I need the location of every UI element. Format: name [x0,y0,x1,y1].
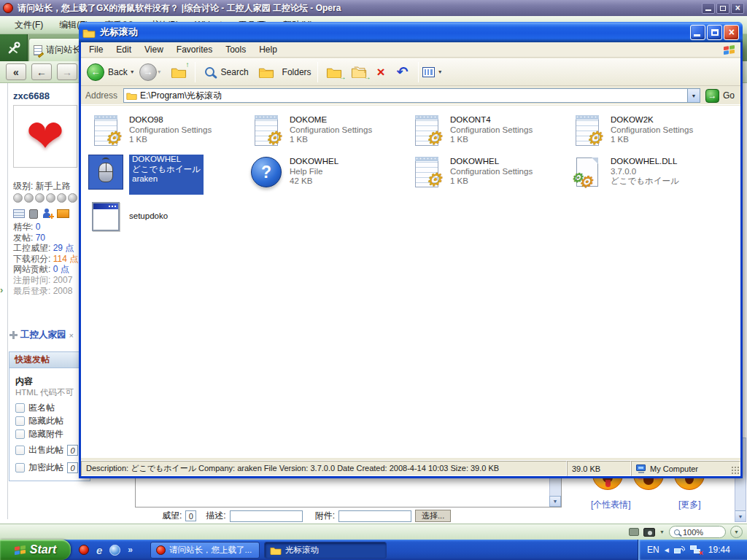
network-disconnected-icon[interactable]: × [690,545,702,555]
resize-grip[interactable] [731,466,740,475]
start-button[interactable]: Start [0,540,71,560]
menu-favorites[interactable]: Favorites [170,43,219,56]
back-button[interactable]: ← [87,63,104,81]
menu-tools[interactable]: Tools [219,43,252,56]
delete-button[interactable]: × [377,65,385,79]
sidebar-expander[interactable]: › [0,284,3,295]
explorer-maximize-button[interactable] [707,25,722,40]
hide-post-option[interactable]: 隐藏此帖 [15,415,63,427]
file-name: DOKOWHEL [132,155,201,165]
go-label[interactable]: Go [723,90,735,101]
file-tile[interactable]: ⚙ DOKO98Configuration Settings1 KB [85,112,246,153]
forward-button[interactable]: → [139,63,157,81]
back-button[interactable]: ← [31,63,52,80]
quick-launch-overflow-icon[interactable]: » [128,545,133,555]
desc-input[interactable] [230,510,303,522]
question-icon: ? [261,163,271,182]
address-path[interactable]: E:\Program\光标滚动 [140,90,687,102]
opera-minimize-button[interactable] [702,3,715,14]
scroll-down-arrow-icon[interactable]: ▼ [735,510,746,521]
taskbar-task-explorer[interactable]: 光标滚动 [264,542,387,559]
explorer-titlebar[interactable]: 光标滚动 × [79,22,743,42]
file-tile[interactable]: ⚙ DOKOMEConfiguration Settings1 KB [246,112,406,153]
rewind-button[interactable]: « [6,63,26,80]
snapshot-icon[interactable] [643,528,655,537]
custom-emoticons-link[interactable]: [个性表情] [591,499,631,511]
menu-view[interactable]: View [138,43,170,56]
user-medals [13,193,77,203]
file-tile[interactable]: setupdoko [85,195,246,236]
ie-quicklaunch-icon[interactable]: e [96,544,102,556]
hide-attachment-option[interactable]: 隐藏附件 [15,428,63,440]
search-icon[interactable] [205,67,214,77]
explorer-minimize-button[interactable] [690,25,705,40]
search-label[interactable]: Search [221,67,249,77]
copy-to-button[interactable]: → [351,66,367,78]
user-card-icon[interactable] [13,209,25,218]
wireless-network-icon[interactable] [674,545,685,554]
encrypt-password-input[interactable]: 0 [67,462,78,473]
sell-price-input[interactable]: 0 [67,445,78,456]
more-emoticons-link[interactable]: [更多] [678,499,701,511]
checkbox[interactable] [15,429,25,439]
file-tile[interactable]: ? DOKOWHELHelp File42 KB [246,153,406,195]
checkbox[interactable] [15,403,25,413]
file-tile[interactable]: ⚙ DOKOW2KConfiguration Settings1 KB [567,112,727,153]
clock[interactable]: 19:44 [708,545,730,555]
browser-globe-icon[interactable] [109,545,120,556]
views-dropdown-icon[interactable]: ▼ [438,69,443,74]
views-button[interactable] [422,67,435,77]
checkbox[interactable] [15,446,25,455]
task-label: 请问站长，您上载了... [169,545,252,556]
language-indicator[interactable]: EN [647,545,659,555]
file-description: どこでもホイール [132,165,201,175]
file-type: Configuration Settings [611,125,693,136]
add-friend-icon[interactable] [42,209,53,219]
menu-file[interactable]: File [82,43,109,56]
opera-close-button[interactable]: × [731,3,744,14]
file-tile-selected[interactable]: DOKOWHELどこでもホイールaraken [85,153,246,195]
folders-label[interactable]: Folders [282,67,311,77]
forward-button[interactable]: → [57,63,77,80]
anonymous-option[interactable]: 匿名帖 [15,402,55,414]
forum-home-link[interactable]: 工控人家园 × [9,329,74,341]
choose-file-button[interactable]: 选择... [415,510,451,522]
email-icon[interactable] [57,209,69,218]
sms-icon[interactable] [29,209,38,219]
dropdown-arrow-icon[interactable]: ▼ [659,529,665,534]
taskbar-task-opera[interactable]: 请问站长，您上载了... [150,542,260,559]
opera-restore-button[interactable] [716,3,729,14]
scroll-down-arrow-icon[interactable]: ▼ [549,496,561,507]
file-tile[interactable]: ⚙⚙ DOKOWHEL.DLL3.7.0.0どこでもホイール [567,153,727,195]
move-to-button[interactable]: → [326,66,342,78]
undo-button[interactable]: ↶ [397,65,409,79]
attach-input[interactable] [338,510,411,522]
up-button[interactable]: ↑ [171,66,187,78]
opera-quicklaunch-icon[interactable] [79,545,89,555]
score-input[interactable]: 0 [185,510,196,521]
checkbox[interactable] [15,416,25,426]
go-button[interactable]: → [705,89,719,103]
fit-width-icon[interactable] [629,528,639,536]
address-dropdown-button[interactable]: ▼ [687,89,700,102]
explorer-close-button[interactable]: × [724,25,739,40]
post-author-username[interactable]: zxc6688 [13,90,50,101]
menu-help[interactable]: Help [252,43,284,56]
back-dropdown-icon[interactable]: ▼ [130,69,135,74]
panels-toggle-button[interactable] [0,34,28,61]
encrypt-post-option[interactable]: 加密此帖0 [15,462,78,474]
checkbox[interactable] [15,463,25,472]
tray-collapse-icon[interactable]: ◀ [665,547,669,553]
menu-file[interactable]: 文件(F) [7,18,50,33]
forward-dropdown-icon[interactable]: ▼ [157,69,162,74]
separator [195,62,196,82]
file-tile[interactable]: ⚙ DOKOWHELConfiguration Settings1 KB [406,153,567,195]
close-icon[interactable]: × [69,331,74,340]
address-combobox[interactable]: E:\Program\光标滚动 ▼ [123,88,700,103]
sell-post-option[interactable]: 出售此帖0 [15,444,78,456]
menu-edit[interactable]: Edit [109,43,138,56]
zoom-dropdown-button[interactable]: ▼ [730,526,743,538]
zoom-control[interactable]: 100% [669,526,726,538]
folders-button[interactable] [258,66,274,78]
file-tile[interactable]: ⚙ DOKONT4Configuration Settings1 KB [406,112,567,153]
